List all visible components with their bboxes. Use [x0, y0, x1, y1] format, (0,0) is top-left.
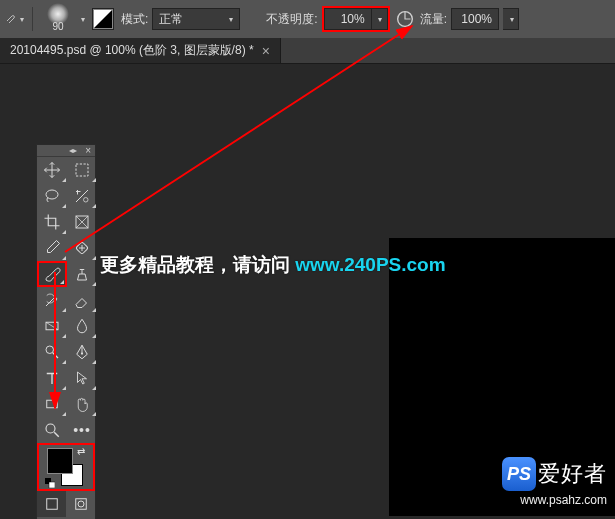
brush-size-label: 90	[52, 21, 63, 32]
chevron-down-icon[interactable]: ▾	[81, 15, 85, 24]
svg-rect-12	[49, 482, 55, 488]
divider	[32, 7, 33, 31]
opacity-label: 不透明度:	[266, 11, 317, 28]
mode-label: 模式:	[121, 11, 148, 28]
marquee-tool[interactable]	[67, 157, 97, 183]
watermark-url: www.psahz.com	[520, 493, 607, 507]
watermark-text: 爱好者	[538, 459, 607, 489]
path-select-tool[interactable]	[67, 365, 97, 391]
eyedropper-tool[interactable]	[37, 235, 67, 261]
chevron-down-icon: ▾	[20, 15, 24, 24]
quick-mask-mode[interactable]	[66, 491, 95, 517]
standard-mode[interactable]	[37, 491, 66, 517]
svg-point-10	[46, 424, 55, 433]
flow-input[interactable]: 100%	[451, 8, 499, 30]
brush-panel-toggle[interactable]	[89, 5, 117, 33]
svg-point-3	[84, 198, 89, 203]
flow-value: 100%	[461, 12, 492, 26]
caption-url: www.240PS.com	[295, 254, 445, 275]
healing-tool[interactable]	[67, 235, 97, 261]
brush-tool[interactable]	[37, 261, 67, 287]
svg-point-15	[78, 501, 84, 507]
eraser-tool[interactable]	[67, 287, 97, 313]
move-tool[interactable]	[37, 157, 67, 183]
swap-colors-icon[interactable]: ⇄	[77, 446, 85, 457]
flow-label: 流量:	[420, 11, 447, 28]
document-tab-bar: 20104495.psd @ 100% (色阶 3, 图层蒙版/8) * ×	[0, 38, 615, 64]
flow-dropdown[interactable]: ▾	[503, 8, 519, 30]
opacity-value: 10%	[341, 12, 365, 26]
quick-select-tool[interactable]	[67, 183, 97, 209]
svg-rect-13	[46, 499, 57, 510]
watermark-ps-badge: PS	[502, 457, 536, 491]
options-bar: ▾ 90 ▾ 模式: 正常 ▾ 不透明度: 10% ▾ 流量: 100% ▾	[0, 0, 615, 38]
crop-tool[interactable]	[37, 209, 67, 235]
foreground-color[interactable]	[47, 448, 73, 474]
close-icon[interactable]: ×	[85, 145, 91, 156]
default-colors-icon[interactable]	[45, 478, 55, 488]
opacity-input[interactable]: 10%	[324, 8, 372, 30]
color-swatches[interactable]: ⇄	[37, 443, 95, 491]
tools-panel: ◂▸ × ••• ⇄	[36, 144, 96, 519]
chevron-down-icon: ▾	[510, 15, 514, 24]
svg-point-7	[46, 346, 54, 354]
svg-rect-1	[76, 164, 88, 176]
document-tab[interactable]: 20104495.psd @ 100% (色阶 3, 图层蒙版/8) * ×	[0, 38, 281, 63]
watermark-logo: PS 爱好者	[502, 457, 607, 491]
collapse-columns-icon[interactable]: ◂▸	[69, 146, 77, 155]
lasso-tool[interactable]	[37, 183, 67, 209]
brush-panel-icon	[92, 8, 114, 30]
svg-rect-9	[47, 400, 58, 408]
caption-lead: 更多精品教程，请访问	[100, 254, 295, 275]
hand-tool[interactable]	[67, 391, 97, 417]
gradient-tool[interactable]	[37, 313, 67, 339]
clone-stamp-tool[interactable]	[67, 261, 97, 287]
frame-tool[interactable]	[67, 209, 97, 235]
type-tool[interactable]	[37, 365, 67, 391]
svg-point-2	[46, 190, 58, 199]
document-title: 20104495.psd @ 100% (色阶 3, 图层蒙版/8) *	[10, 42, 254, 59]
dodge-tool[interactable]	[37, 339, 67, 365]
svg-rect-14	[75, 499, 86, 510]
pen-tool[interactable]	[67, 339, 97, 365]
overlay-caption: 更多精品教程，请访问 www.240PS.com	[100, 252, 446, 278]
chevron-down-icon: ▾	[229, 15, 233, 24]
brush-preset-picker[interactable]: 90	[41, 6, 75, 32]
chevron-down-icon: ▾	[378, 15, 382, 24]
close-icon[interactable]: ×	[262, 43, 270, 59]
opacity-dropdown[interactable]: ▾	[372, 8, 388, 30]
blend-mode-select[interactable]: 正常 ▾	[152, 8, 240, 30]
zoom-tool[interactable]	[37, 417, 67, 443]
tools-panel-header[interactable]: ◂▸ ×	[37, 145, 95, 157]
shape-tool[interactable]	[37, 391, 67, 417]
edit-toolbar[interactable]: •••	[67, 417, 97, 443]
svg-point-8	[81, 352, 83, 354]
opacity-highlight: 10% ▾	[322, 6, 390, 32]
blur-tool[interactable]	[67, 313, 97, 339]
history-brush-tool[interactable]	[37, 287, 67, 313]
pressure-opacity-toggle[interactable]	[394, 8, 416, 30]
blend-mode-value: 正常	[159, 11, 183, 28]
current-tool-indicator[interactable]: ▾	[6, 10, 24, 28]
